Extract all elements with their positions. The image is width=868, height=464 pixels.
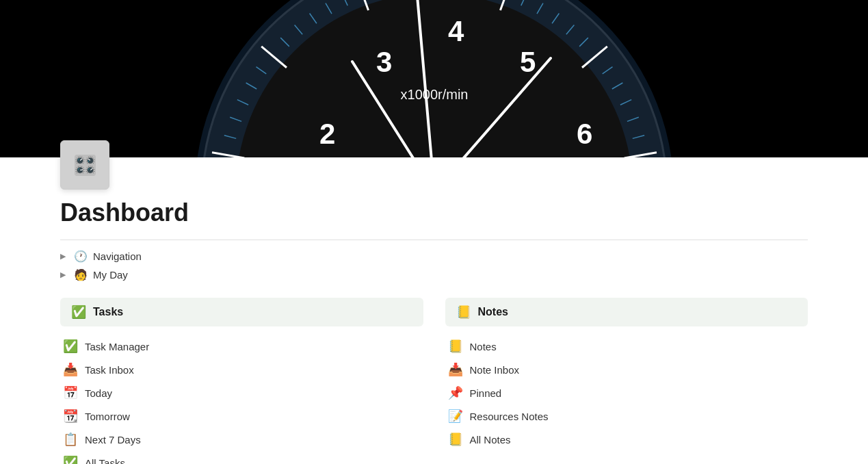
notes-column: 📒 Notes 📒 Notes 📥 Note Inbox 📌 Pinned 📝 … bbox=[445, 298, 808, 464]
arrow-icon-2: ▶ bbox=[60, 270, 68, 279]
svg-text:3: 3 bbox=[376, 46, 392, 78]
all-notes-icon: 📒 bbox=[448, 432, 463, 447]
note-inbox-label: Note Inbox bbox=[470, 364, 520, 376]
all-tasks-item[interactable]: ✅ All Tasks bbox=[60, 451, 423, 464]
pinned-label: Pinned bbox=[470, 387, 502, 399]
resources-notes-item[interactable]: 📝 Resources Notes bbox=[445, 404, 808, 428]
arrow-icon: ▶ bbox=[60, 252, 68, 261]
tasks-section-label: Tasks bbox=[93, 306, 123, 318]
tasks-section-icon: ✅ bbox=[71, 305, 86, 320]
pinned-item[interactable]: 📌 Pinned bbox=[445, 381, 808, 404]
myday-label: My Day bbox=[93, 269, 128, 281]
two-col-grid: ✅ Tasks ✅ Task Manager 📥 Task Inbox 📅 To… bbox=[60, 298, 808, 464]
notes-icon: 📒 bbox=[448, 339, 463, 354]
resources-notes-icon: 📝 bbox=[448, 409, 463, 424]
page-title: Dashboard bbox=[60, 198, 808, 227]
page-icon: 🎛️ bbox=[60, 140, 109, 190]
notes-section-label: Notes bbox=[478, 306, 508, 318]
resources-notes-label: Resources Notes bbox=[470, 411, 549, 422]
toggle-navigation[interactable]: ▶ 🕐 Navigation bbox=[60, 250, 808, 263]
svg-text:4: 4 bbox=[448, 15, 464, 47]
toggle-myday[interactable]: ▶ 🧑 My Day bbox=[60, 268, 808, 281]
today-label: Today bbox=[85, 387, 112, 399]
all-notes-item[interactable]: 📒 All Notes bbox=[445, 428, 808, 451]
task-manager-label: Task Manager bbox=[85, 341, 149, 352]
divider bbox=[60, 240, 808, 240]
task-manager-item[interactable]: ✅ Task Manager bbox=[60, 335, 423, 358]
header-banner: 2 3 4 5 6 x1000r/min bbox=[0, 0, 868, 157]
svg-text:5: 5 bbox=[520, 46, 536, 78]
note-inbox-icon: 📥 bbox=[448, 362, 463, 377]
tomorrow-icon: 📆 bbox=[63, 409, 78, 424]
today-icon: 📅 bbox=[63, 385, 78, 400]
svg-text:2: 2 bbox=[319, 118, 335, 150]
navigation-label: Navigation bbox=[93, 250, 142, 262]
notes-section-header: 📒 Notes bbox=[445, 298, 808, 326]
tomorrow-item[interactable]: 📆 Tomorrow bbox=[60, 404, 423, 428]
notes-label: Notes bbox=[470, 341, 497, 352]
task-inbox-label: Task Inbox bbox=[85, 364, 134, 376]
tomorrow-label: Tomorrow bbox=[85, 411, 130, 422]
main-content: Dashboard ▶ 🕐 Navigation ▶ 🧑 My Day ✅ Ta… bbox=[0, 185, 868, 464]
all-notes-label: All Notes bbox=[470, 434, 511, 446]
task-inbox-item[interactable]: 📥 Task Inbox bbox=[60, 358, 423, 381]
next7days-label: Next 7 Days bbox=[85, 434, 141, 446]
task-manager-icon: ✅ bbox=[63, 339, 78, 354]
speedometer: 2 3 4 5 6 x1000r/min bbox=[0, 0, 868, 157]
pinned-icon: 📌 bbox=[448, 385, 463, 400]
navigation-icon: 🕐 bbox=[74, 250, 88, 263]
tasks-column: ✅ Tasks ✅ Task Manager 📥 Task Inbox 📅 To… bbox=[60, 298, 423, 464]
today-item[interactable]: 📅 Today bbox=[60, 381, 423, 404]
notes-section-icon: 📒 bbox=[456, 305, 471, 320]
tasks-section-header: ✅ Tasks bbox=[60, 298, 423, 326]
notes-item[interactable]: 📒 Notes bbox=[445, 335, 808, 358]
svg-text:6: 6 bbox=[577, 118, 592, 150]
all-tasks-label: All Tasks bbox=[85, 457, 125, 465]
note-inbox-item[interactable]: 📥 Note Inbox bbox=[445, 358, 808, 381]
all-tasks-icon: ✅ bbox=[63, 455, 78, 464]
svg-text:x1000r/min: x1000r/min bbox=[400, 87, 468, 102]
task-inbox-icon: 📥 bbox=[63, 362, 78, 377]
myday-icon: 🧑 bbox=[74, 268, 88, 281]
next7days-item[interactable]: 📋 Next 7 Days bbox=[60, 428, 423, 451]
next7days-icon: 📋 bbox=[63, 432, 78, 447]
